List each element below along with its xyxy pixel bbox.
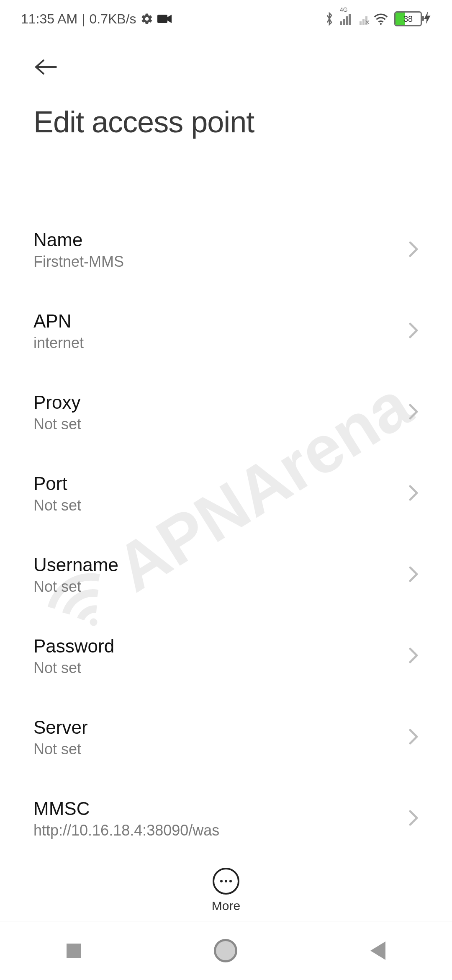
list-item-text: ProxyNot set — [33, 392, 400, 433]
arrow-left-icon — [34, 59, 58, 75]
nav-home-button[interactable] — [214, 939, 237, 962]
signal-sim1-icon: 4G — [340, 13, 351, 25]
list-item-value: Not set — [33, 659, 400, 677]
more-button[interactable]: More — [212, 868, 240, 913]
list-item[interactable]: ProxyNot set — [33, 372, 419, 453]
settings-list: NameFirstnet-MMSAPNinternetProxyNot setP… — [0, 176, 452, 854]
status-right: 4G ✕ 38 — [325, 11, 431, 27]
list-item-text: APNinternet — [33, 311, 400, 352]
list-item-label: Port — [33, 473, 400, 494]
list-item[interactable]: PasswordNot set — [33, 616, 419, 697]
chevron-right-icon — [408, 647, 419, 665]
list-item-label: Server — [33, 717, 400, 738]
status-left: 11:35 AM | 0.7KB/s — [21, 11, 172, 27]
list-item[interactable]: ServerNot set — [33, 697, 419, 778]
android-nav-bar — [0, 921, 452, 980]
chevron-right-icon — [408, 566, 419, 584]
list-item-label: Name — [33, 230, 400, 250]
list-item-text: ServerNot set — [33, 717, 400, 758]
list-item-text: PortNot set — [33, 473, 400, 514]
more-label: More — [212, 899, 240, 913]
bottom-action-bar: More — [0, 855, 452, 913]
chevron-right-icon — [408, 322, 419, 340]
more-icon — [213, 868, 239, 895]
list-item-text: PasswordNot set — [33, 636, 400, 677]
list-item[interactable]: UsernameNot set — [33, 534, 419, 616]
list-item-label: APN — [33, 311, 400, 332]
list-item[interactable]: APNinternet — [33, 291, 419, 372]
list-item-label: MMSC — [33, 798, 400, 819]
chevron-right-icon — [408, 810, 419, 828]
list-item[interactable]: PortNot set — [33, 453, 419, 534]
status-separator: | — [82, 11, 85, 27]
list-item-text: UsernameNot set — [33, 554, 400, 596]
signal-sim1-label: 4G — [340, 6, 348, 13]
battery-percent: 38 — [396, 14, 421, 24]
status-time: 11:35 AM — [21, 11, 77, 27]
list-item[interactable]: MMSChttp://10.16.18.4:38090/was — [33, 778, 419, 854]
settings-icon — [141, 13, 153, 25]
list-item-value: Not set — [33, 578, 400, 596]
status-bar: 11:35 AM | 0.7KB/s 4G ✕ 38 — [0, 0, 452, 38]
svg-point-1 — [380, 23, 382, 25]
signal-sim2-icon: ✕ — [357, 13, 367, 25]
nav-recent-button[interactable] — [67, 944, 81, 958]
list-item-label: Proxy — [33, 392, 400, 413]
chevron-right-icon — [408, 485, 419, 503]
page-title: Edit access point — [33, 105, 419, 139]
chevron-right-icon — [408, 728, 419, 747]
svg-rect-0 — [157, 15, 167, 23]
list-item-text: NameFirstnet-MMS — [33, 230, 400, 271]
back-button[interactable] — [33, 54, 59, 80]
chevron-right-icon — [408, 241, 419, 259]
list-item-value: Not set — [33, 497, 400, 514]
list-item[interactable]: NameFirstnet-MMS — [33, 209, 419, 291]
list-item-value: internet — [33, 334, 400, 352]
signal-sim2-disabled-icon: ✕ — [365, 18, 370, 26]
list-item-value: http://10.16.18.4:38090/was — [33, 822, 400, 839]
list-item-value: Not set — [33, 415, 400, 433]
camera-icon — [157, 14, 172, 24]
list-item-value: Firstnet-MMS — [33, 253, 400, 271]
battery-icon: 38 — [394, 11, 431, 27]
list-item-value: Not set — [33, 740, 400, 758]
bluetooth-icon — [325, 12, 334, 26]
list-item-label: Username — [33, 554, 400, 575]
status-netspeed: 0.7KB/s — [90, 11, 136, 27]
header: Edit access point — [0, 38, 452, 139]
charging-icon — [424, 11, 431, 27]
list-item-text: MMSChttp://10.16.18.4:38090/was — [33, 798, 400, 839]
chevron-right-icon — [408, 403, 419, 422]
nav-back-button[interactable] — [370, 941, 385, 960]
list-item-label: Password — [33, 636, 400, 657]
wifi-icon — [373, 13, 388, 25]
